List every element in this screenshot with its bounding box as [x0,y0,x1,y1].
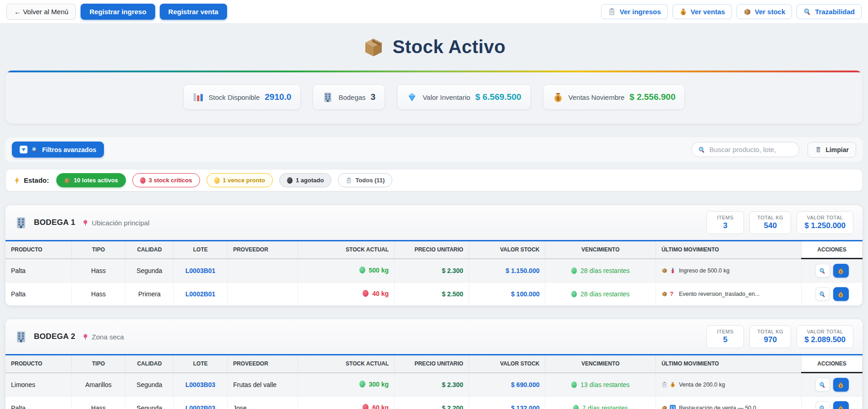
pill-label: 1 agotado [296,177,324,184]
col-proveedor: PROVEEDOR [228,241,298,259]
money-bag-icon [679,8,687,16]
clear-filters-button[interactable]: Limpiar [808,142,856,158]
stock-status-dot [363,290,369,297]
pill-todos[interactable]: Todos (11) [338,173,392,187]
view-lot-button[interactable] [815,378,830,392]
cell-calidad: Segunda [125,373,174,397]
pill-stock-criticos[interactable]: 3 stock críticos [132,173,200,187]
view-lot-button[interactable] [815,401,830,409]
building-icon [15,216,27,229]
col-tipo: TIPO [71,355,125,373]
movement-icons [662,405,676,409]
back-to-menu-button[interactable]: ← Volver al Menú [6,4,76,20]
bodega-location-label: Zona seca [92,333,124,341]
bar-chart-icon [193,92,204,103]
cell-ultimo-movimiento: Ingreso de 500.0 kg [679,267,730,274]
vencimiento-dot [571,291,577,297]
cell-valor-stock: $ 1.150.000 [469,259,545,283]
col-acciones: ACCIONES [802,355,863,373]
advanced-filters-button[interactable]: Filtros avanzados [12,142,104,158]
col-stock-actual: STOCK ACTUAL [298,241,394,259]
cell-producto: Palta [5,397,71,409]
cell-proveedor: Jose [228,397,298,409]
box-icon [363,36,385,58]
mini-stat-value: 540 [757,221,783,230]
bodega-location-label: Ubicación principal [92,219,150,227]
register-sale-button[interactable]: Registrar venta [160,4,227,20]
red-dot-icon [140,177,146,184]
cell-valor-stock: $ 690.000 [469,373,545,397]
page-title: Stock Activo [393,37,506,57]
stock-status-dot [359,267,365,273]
search-input[interactable] [709,146,792,153]
sell-lot-button[interactable] [833,378,849,392]
pill-lotes-activos[interactable]: 10 lotes activos [56,173,126,187]
stat-label: Valor Inventario [423,93,470,101]
money-bag-icon [837,382,844,388]
money-bag-icon [837,405,844,409]
col-valor-stock: VALOR STOCK [469,241,545,259]
mini-stat-label: VALOR TOTAL [804,329,846,334]
pill-vence-pronto[interactable]: 1 vence pronto [206,173,273,187]
cell-vencimiento: 28 días restantes [580,267,629,274]
register-income-button[interactable]: Registrar ingreso [81,4,155,20]
stat-label: Stock Disponible [209,93,260,101]
cell-calidad: Segunda [125,397,174,409]
col-calidad: CALIDAD [125,241,174,259]
lote-link[interactable]: L0003B01 [185,267,215,274]
lote-link[interactable]: L0002B03 [185,404,215,409]
box-icon [662,291,667,297]
search-icon [698,146,705,153]
bodega-items-stat: ITEMS 5 [706,325,744,348]
col-valor-stock: VALOR STOCK [469,355,545,373]
clipboard-icon [662,382,667,387]
col-lote: LOTE [174,355,228,373]
bodega-card-1: BODEGA 1 Ubicación principal ITEMS 3 TOT… [5,205,863,305]
sell-lot-button[interactable] [833,401,849,409]
table-row: Palta Hass Segunda L0003B01 500 kg $ 2.3… [5,259,863,283]
col-ultimo-movimiento: ÚLTIMO MOVIMIENTO [656,355,801,373]
stat-label: Ventas Noviembre [569,93,625,101]
stock-value: 60 kg [372,404,389,409]
col-producto: PRODUCTO [5,241,71,259]
col-proveedor: PROVEEDOR [228,355,298,373]
bodega-name: BODEGA 1 [34,218,76,227]
mini-stat-value: 3 [714,221,736,230]
view-incomes-button[interactable]: Ver ingresos [601,4,667,19]
sell-lot-button[interactable] [833,264,849,278]
money-bag-icon [837,267,844,274]
advanced-filters-label: Filtros avanzados [42,146,96,153]
pill-label: Todos (11) [355,177,385,184]
traceability-button[interactable]: Trazabilidad [797,4,862,19]
view-sales-button[interactable]: Ver ventas [673,4,732,19]
cell-precio-unitario: $ 2.200 [395,397,469,409]
view-lot-button[interactable] [815,264,830,278]
search-box [691,142,799,157]
view-lot-button[interactable] [815,287,830,301]
lote-link[interactable]: L0002B01 [185,290,215,298]
stock-status-dot [359,381,365,387]
building-icon [15,330,27,343]
chevron-down-icon [20,146,27,153]
restore-icon [670,405,676,409]
bodega-totalkg-stat: TOTAL KG 970 [749,325,791,348]
clear-filters-label: Limpiar [825,146,849,153]
movement-icons [662,267,676,273]
status-filter-bar: Estado: 10 lotes activos 3 stock crítico… [5,169,863,191]
stat-value: $ 6.569.500 [475,92,521,102]
stats-panel: Stock Disponible 2910.0 Bodegas 3 Valor … [5,71,863,124]
pill-label: 10 lotes activos [74,177,118,184]
lote-link[interactable]: L0003B03 [185,381,215,388]
movement-icons [662,382,676,387]
cell-vencimiento: 28 días restantes [580,290,629,298]
trash-icon [815,146,822,153]
bodega-valortotal-stat: VALOR TOTAL $ 2.089.500 [797,325,853,348]
view-stock-button[interactable]: Ver stock [737,4,792,19]
sell-lot-button[interactable] [833,287,849,301]
bodega-items-stat: ITEMS 3 [706,211,744,234]
stat-value: 3 [371,92,376,102]
pill-agotado[interactable]: 1 agotado [279,173,331,187]
table-row: Palta Hass Primera L0002B01 40 kg $ 2.50… [5,283,863,306]
mini-stat-label: ITEMS [714,329,736,334]
yellow-dot-icon [214,177,220,184]
